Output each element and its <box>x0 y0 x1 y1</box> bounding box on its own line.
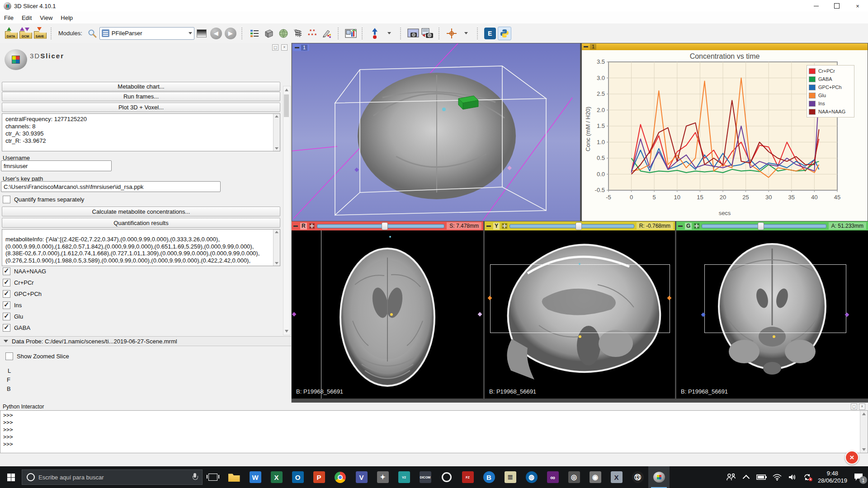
sync-error-icon[interactable] <box>802 472 813 483</box>
slice-slider[interactable] <box>509 224 634 228</box>
notification-close-button[interactable]: × <box>845 450 859 465</box>
taskbar-app-chrome[interactable] <box>330 466 351 488</box>
checkbox-checked[interactable] <box>3 267 10 275</box>
tray-expand-chevron[interactable] <box>741 472 752 483</box>
quantification-results-button[interactable]: Quantification results <box>2 218 280 228</box>
slider-handle[interactable] <box>382 222 388 230</box>
metabolite-checkbox-naa[interactable]: NAA+NAAG <box>3 267 46 275</box>
taskbar-app-visual-studio[interactable]: ∞ <box>542 466 563 488</box>
fiducial-dot-cyan[interactable] <box>579 263 580 265</box>
taskbar-search[interactable]: Escribe aquí para buscar <box>22 469 203 485</box>
slider-handle[interactable] <box>576 222 582 230</box>
metabolite-chart-button[interactable]: Metabolite chart... <box>2 82 280 91</box>
fiducial-dot[interactable] <box>773 335 775 338</box>
taskbar-app-filezilla[interactable]: FZ <box>457 466 478 488</box>
taskbar-app-file-explorer[interactable] <box>223 466 245 488</box>
slice-slider[interactable] <box>317 224 445 228</box>
quantify-frames-checkbox[interactable]: Quantify frames separately <box>3 196 84 203</box>
python-console[interactable]: >>> >>> >>> >>> >>> <box>0 410 868 453</box>
pin-icon[interactable] <box>295 47 299 48</box>
metabolite-checkbox-cr[interactable]: Cr+PCr <box>3 279 34 286</box>
fiducial-dot[interactable] <box>442 108 446 111</box>
python-console-button[interactable] <box>498 26 511 41</box>
fiducial-dot[interactable] <box>579 335 581 338</box>
metabolite-checkbox-gaba[interactable]: GABA <box>3 324 30 332</box>
menu-edit[interactable]: Edit <box>18 14 36 21</box>
volume-cube-button[interactable] <box>262 26 276 41</box>
undock-console-icon[interactable]: ◻ <box>851 404 857 410</box>
metabolite-checkbox-ins[interactable]: Ins <box>3 301 22 309</box>
taskbar-app-slicer[interactable] <box>648 466 670 488</box>
textbox-scrollbar[interactable] <box>273 230 280 266</box>
taskbar-app-v2-app[interactable]: V2 <box>393 466 415 488</box>
checkbox-unchecked[interactable] <box>3 196 10 203</box>
taskbar-app-visio[interactable]: V <box>351 466 372 488</box>
taskbar-app-gray-app-2[interactable]: ◉ <box>585 466 606 488</box>
menu-view[interactable]: View <box>36 14 57 21</box>
taskbar-clock[interactable]: 9:48 28/06/2019 <box>818 470 847 484</box>
fiducial-dot-cyan[interactable] <box>389 236 391 238</box>
checkbox-checked[interactable] <box>3 290 10 298</box>
module-history-button[interactable] <box>195 26 208 41</box>
menu-help[interactable]: Help <box>57 14 77 21</box>
python-interactor-header[interactable]: Python Interactor ◻ × <box>0 403 868 410</box>
taskbar-app-powerpoint[interactable]: P <box>308 466 330 488</box>
fiducial-button[interactable] <box>368 26 382 41</box>
yellow-slice-view[interactable]: B: P19968_56691 <box>485 230 675 399</box>
taskbar-app-gray-app-1[interactable]: ◎ <box>563 466 585 488</box>
slice-slider[interactable] <box>702 224 826 228</box>
voxel-marker[interactable] <box>458 96 478 109</box>
plot-3d-voxel-button[interactable]: Plot 3D + Voxel... <box>2 103 280 112</box>
pin-icon[interactable] <box>486 225 491 227</box>
taskbar-app-excel[interactable]: X <box>266 466 287 488</box>
close-button[interactable]: × <box>847 0 868 12</box>
fiducial-dot[interactable] <box>390 313 393 316</box>
3d-render-canvas[interactable] <box>292 43 580 221</box>
green-slice-view[interactable]: B: P19968_56691 <box>676 230 868 399</box>
taskbar-app-onedrive[interactable]: ◍ <box>521 466 542 488</box>
pin-icon[interactable] <box>584 46 588 47</box>
close-panel-icon[interactable]: × <box>281 44 288 51</box>
run-frames-button[interactable]: Run frames... <box>2 92 280 101</box>
3d-view[interactable]: 1 <box>292 43 580 221</box>
scene-view-button[interactable] <box>421 26 434 41</box>
green-slice-bar[interactable]: G A: 51.233mm <box>676 221 868 230</box>
battery-icon[interactable] <box>756 472 767 483</box>
taskbar-app-dicom-viewer[interactable]: DICOM <box>415 466 436 488</box>
module-back-button[interactable]: ◀ <box>209 26 223 41</box>
chart-view[interactable]: 1 Concentration vs time Conc (mM / H20) … <box>581 43 868 221</box>
keypath-field[interactable]: C:\Users\FranciscoMarcano\.ssh\fmrsiuser… <box>1 181 221 192</box>
load-data-button[interactable]: DATA <box>4 26 18 41</box>
checkbox-unchecked[interactable] <box>5 352 13 360</box>
checkbox-checked[interactable] <box>3 313 10 320</box>
slider-handle[interactable] <box>758 222 764 230</box>
surface-sphere-button[interactable] <box>277 26 290 41</box>
checkbox-checked[interactable] <box>3 301 10 309</box>
transform-grid-button[interactable] <box>291 26 305 41</box>
module-panel-scrollbar[interactable] <box>283 86 291 335</box>
minimize-button[interactable] <box>806 0 826 12</box>
crosshair-stars-button[interactable]: * ** * * <box>306 26 319 41</box>
pin-icon[interactable] <box>293 225 298 227</box>
markup-pencil-button[interactable] <box>320 26 334 41</box>
metabolite-checkbox-gpc[interactable]: GPC+PCh <box>3 290 42 298</box>
data-probe-header[interactable]: Data Probe: C:/dev/1.namic/scenes/ti...2… <box>0 336 291 346</box>
taskbar-app-xnview[interactable]: X <box>606 466 627 488</box>
taskbar-app-voice-recorder[interactable] <box>436 466 457 488</box>
people-icon[interactable] <box>726 472 736 483</box>
textbox-scrollbar[interactable] <box>273 114 280 151</box>
module-selector-combo[interactable]: PFileParser <box>99 27 194 40</box>
slice-link-icon[interactable] <box>309 223 315 229</box>
taskbar-app-utility-app[interactable]: ✦ <box>372 466 393 488</box>
calculate-concentrations-button[interactable]: Calculate metabolite concentrations... <box>2 206 280 216</box>
checkbox-checked[interactable] <box>3 324 10 332</box>
3d-view-controller[interactable]: 1 <box>293 44 309 51</box>
task-view-button[interactable] <box>203 466 223 488</box>
undock-panel-icon[interactable]: ◻ <box>272 44 278 51</box>
taskbar-app-notes-app[interactable]: ≣ <box>500 466 521 488</box>
username-field[interactable]: fmrsiuser <box>1 160 112 171</box>
console-scrollbar[interactable] <box>860 411 868 453</box>
slice-handle-purple[interactable] <box>354 168 359 172</box>
slice-link-icon[interactable] <box>694 223 699 229</box>
metabolite-checkbox-glu[interactable]: Glu <box>3 313 23 320</box>
